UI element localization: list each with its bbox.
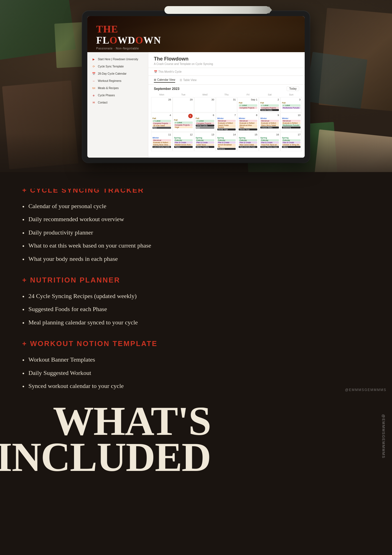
table-icon: ☰ <box>180 79 182 82</box>
list-item-workout-3: Synced workout calendar to your cycle <box>22 380 194 393</box>
cycle-section: 📅 This Month's Cycle <box>148 68 305 76</box>
phases-icon: ◈ <box>92 93 96 97</box>
social-handle: @EMMMSGEMMMMS <box>382 414 386 459</box>
cal-cell-11[interactable]: 11 Winter Menstrual Evaluate & Reflect K… <box>151 132 172 151</box>
sidebar-item-contact[interactable]: ✉ Contact <box>87 99 148 106</box>
workout-icon: ↔ <box>92 79 96 83</box>
calendar-small-icon: 📅 <box>154 70 157 73</box>
cal-cell-aug31[interactable]: 31 <box>216 97 237 112</box>
cal-cell-aug28[interactable]: 28 <box>151 97 172 112</box>
calendar-day-names: Mon Tue Wed Thu Fri Sat Sun <box>151 93 302 97</box>
cal-cell-9[interactable]: 9 Winter Menstrual Evaluate & Reflect Wa… <box>259 113 280 132</box>
sidebar-item-cycle-label: Cycle Sync Template <box>98 65 124 68</box>
sidebar-item-cycle-sync[interactable]: ⟳ Cycle Sync Template <box>87 63 148 70</box>
today-button[interactable]: Today <box>287 86 299 91</box>
calendar-tabs: ⊞ Calendar View ☰ Table View <box>148 76 305 85</box>
day-mon: Mon <box>151 93 172 97</box>
contact-icon: ✉ <box>92 100 96 104</box>
social-handle-bottom: @EMMMSGEMMMMS <box>345 388 386 392</box>
cal-cell-sep3[interactable]: 3 Fall ✓ Luteal Restfulness Pursuits <box>281 97 302 112</box>
cal-cell-aug30[interactable]: 30 <box>194 97 216 112</box>
big-title-line2: INCLUDED <box>0 434 211 480</box>
sidebar-item-start-label: Start Here | Flowdown University <box>98 58 138 61</box>
sidebar-item-calendar[interactable]: 📅 28-Day Cycle Calendar <box>87 70 148 77</box>
nutrition-list: 24 Cycle Syncing Recipes (updated weekly… <box>22 290 194 329</box>
sidebar-item-workout[interactable]: ↔ Workout Regimens <box>87 77 148 84</box>
cycle-section-label: 📅 This Month's Cycle <box>154 70 299 73</box>
brand-logo: THE FLOWDOWN Passionate · Non-Negotiable <box>96 24 296 50</box>
notion-page-title: The Flowdown <box>154 56 299 62</box>
tablet-wrapper: THE FLOWDOWN Passionate · Non-Negotiable… <box>82 11 310 163</box>
cal-cell-7[interactable]: 7 Winter Menstrual Evaluate & Reflect Sw… <box>216 113 237 132</box>
big-title: WHAT'S INCLUDED <box>0 403 211 475</box>
sidebar-item-meals[interactable]: 🍽 Meals & Recipes <box>87 84 148 92</box>
calendar-month: September 2023 <box>154 87 179 91</box>
brand-name: THE FLOWDOWN <box>96 24 296 46</box>
bg-tile-teal <box>306 52 367 109</box>
list-item-cycle-2: Daily recommended workout overview <box>22 213 194 226</box>
list-item-cycle-3: Daily productivity planner <box>22 226 194 239</box>
day-sun: Sun <box>281 93 302 97</box>
bottom-layout: CYCLE SYNCING TRACKER Calendar of your p… <box>22 186 370 397</box>
tab-table-view[interactable]: ☰ Table View <box>180 78 197 82</box>
list-item-cycle-1: Calendar of your personal cycle <box>22 200 194 213</box>
cal-cell-13[interactable]: 13 Spring Follicular Plan & Create Lenti… <box>194 132 216 151</box>
list-item-nutrition-3: Meal planning calendar synced to your cy… <box>22 316 194 329</box>
cal-cell-8[interactable]: 8 Winter Menstrual Evaluate & Reflect Me… <box>237 113 259 132</box>
calendar-nav: September 2023 Today <box>148 85 305 93</box>
sidebar-item-start[interactable]: ▶ Start Here | Flowdown University <box>87 56 148 63</box>
day-tue: Tue <box>173 93 194 97</box>
notion-page-subtitle: A Crash Course and Template on Cycle Syn… <box>154 62 299 65</box>
calendar-row-2: 4 Fall ✓ Luteal Complete Projects SF Kal… <box>151 113 302 132</box>
apple-pencil <box>164 6 270 14</box>
notion-layout: ▶ Start Here | Flowdown University ⟳ Cyc… <box>87 52 305 158</box>
notion-page-header: The Flowdown A Crash Course and Template… <box>148 52 305 68</box>
sidebar-item-contact-label: Contact <box>98 101 107 104</box>
cal-cell-sep2[interactable]: 2 Fall ✓ Luteal Complete Projects Gentle… <box>259 97 280 112</box>
cal-cell-12[interactable]: 12 Spring Follicular Plan & Create Medit… <box>173 132 194 151</box>
sidebar-item-phases-label: Cycle Phases <box>98 94 115 97</box>
bottom-left-content: CYCLE SYNCING TRACKER Calendar of your p… <box>22 186 194 397</box>
grid-icon: ⊞ <box>154 78 156 81</box>
day-fri: Fri <box>237 93 259 97</box>
cal-cell-4[interactable]: 4 Fall ✓ Luteal Complete Projects SF Kal… <box>151 113 172 132</box>
list-item-workout-2: Daily Suggested Workout <box>22 367 194 380</box>
workout-list: Workout Banner Templates Daily Suggested… <box>22 354 194 393</box>
cal-cell-sep1[interactable]: Sep 1 Fall ✓ Luteal Complete Projects <box>237 97 259 112</box>
tab-calendar-view[interactable]: ⊞ Calendar View <box>154 77 175 83</box>
sidebar-item-phases[interactable]: ◈ Cycle Phases <box>87 92 148 99</box>
brand-tagline: Passionate · Non-Negotiable <box>96 47 296 50</box>
calendar-row-1: 28 29 30 31 Sep 1 Fall ✓ Luteal Complete… <box>151 97 302 112</box>
tablet-screen: THE FLOWDOWN Passionate · Non-Negotiable… <box>87 16 305 158</box>
notion-main-content: The Flowdown A Crash Course and Template… <box>148 52 305 158</box>
day-sat: Sat <box>259 93 280 97</box>
big-title-line1: WHAT'S <box>53 398 211 444</box>
calendar-row-3: 11 Winter Menstrual Evaluate & Reflect K… <box>151 132 302 151</box>
list-item-cycle-4: What to eat this week based on your curr… <box>22 239 194 253</box>
sidebar-item-meals-label: Meals & Recipes <box>98 87 119 90</box>
notion-cover: THE FLOWDOWN Passionate · Non-Negotiable <box>87 16 305 52</box>
cal-cell-17[interactable]: 17 Spring Follicular Plan & Create Chick… <box>281 132 302 151</box>
cal-cell-16[interactable]: 16 Spring Follicular Plan & Create Trout… <box>259 132 280 151</box>
cycle-sync-icon: ⟳ <box>92 64 96 68</box>
content-section: CYCLE SYNCING TRACKER Calendar of your p… <box>0 172 392 414</box>
cal-cell-10[interactable]: 10 Winter Menstrual Evaluate & Reflect R… <box>281 113 302 132</box>
start-icon: ▶ <box>92 57 96 61</box>
cal-cell-14[interactable]: 14 Spring Follicular Plan & Create Kimch… <box>216 132 237 151</box>
cycle-syncing-list: Calendar of your personal cycle Daily re… <box>22 200 194 266</box>
notion-sidebar: ▶ Start Here | Flowdown University ⟳ Cyc… <box>87 52 148 158</box>
list-item-cycle-5: What your body needs in each phase <box>22 253 194 266</box>
cal-cell-6[interactable]: 6 Fall ✓ Luteal Complete Projects Gentle… <box>194 113 216 132</box>
list-item-workout-1: Workout Banner Templates <box>22 354 194 367</box>
workout-heading: WORKOUT NOTION TEMPLATE <box>22 339 194 348</box>
calendar-grid: Mon Tue Wed Thu Fri Sat Sun 28 29 <box>148 93 305 152</box>
day-thu: Thu <box>216 93 237 97</box>
cal-cell-5[interactable]: 5 Fall ✓ Luteal Complete Projects Yoga <box>173 113 194 132</box>
tablet-frame: THE FLOWDOWN Passionate · Non-Negotiable… <box>82 11 310 163</box>
meals-icon: 🍽 <box>92 86 96 90</box>
cal-cell-15[interactable]: 15 Spring Follicular Plan & Create Raw C… <box>237 132 259 151</box>
list-item-nutrition-2: Suggested Foods for each Phase <box>22 303 194 316</box>
day-wed: Wed <box>194 93 216 97</box>
list-item-nutrition-1: 24 Cycle Syncing Recipes (updated weekly… <box>22 290 194 303</box>
cal-cell-aug29[interactable]: 29 <box>173 97 194 112</box>
